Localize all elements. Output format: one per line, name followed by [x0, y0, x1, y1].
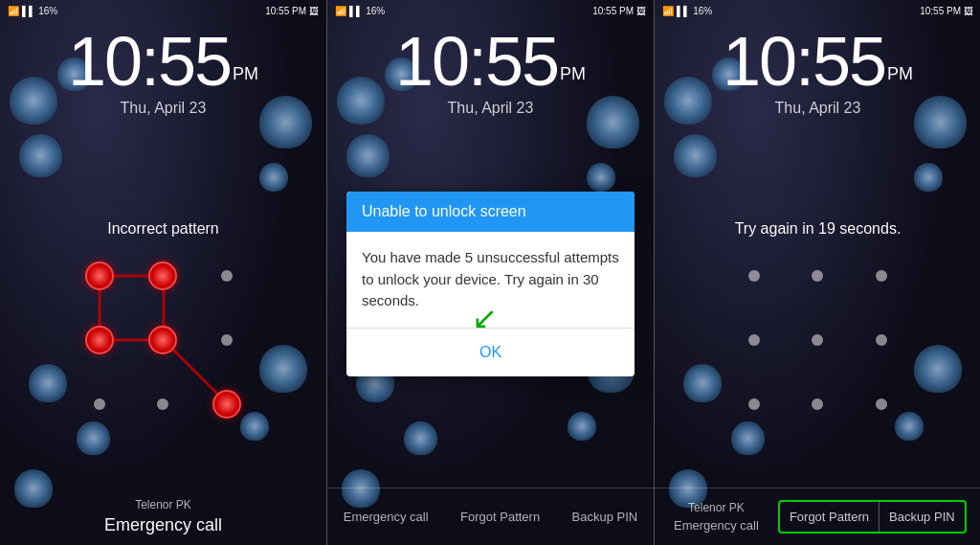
dot-2[interactable] — [148, 261, 177, 290]
dot-p3-7[interactable] — [748, 398, 760, 410]
status-left-3: 📶 ▌▌ 16% — [662, 6, 712, 16]
dot-9[interactable] — [212, 390, 241, 419]
dot-3[interactable] — [221, 270, 233, 282]
carrier-text-1: Telenor PK — [135, 498, 191, 511]
emergency-call-button-3[interactable]: Emergency call — [662, 518, 770, 533]
green-arrow-icon: ↙ — [472, 300, 498, 336]
battery-text-3: 16% — [693, 6, 712, 16]
emergency-call-button-2[interactable]: Emergency call — [344, 510, 429, 524]
time-ampm-1: PM — [233, 64, 258, 83]
status-right: 10:55 PM 🖼 — [265, 6, 319, 16]
status-time: 10:55 PM — [265, 6, 306, 16]
diamond-decor — [259, 163, 288, 192]
status-bar: 📶 ▌▌ 16% 10:55 PM 🖼 — [0, 0, 326, 21]
wifi-icon: 📶 — [8, 6, 19, 16]
diamond-decor — [914, 345, 962, 393]
carrier-text-3: Telenor PK — [688, 501, 745, 514]
diamond-decor — [259, 345, 307, 393]
dot-6[interactable] — [221, 334, 233, 346]
time-ampm-2: PM — [560, 64, 586, 83]
notification-icon: 🖼 — [309, 6, 319, 16]
dot-p3-4[interactable] — [748, 334, 760, 346]
signal-icon: ▌▌ — [22, 6, 35, 16]
incorrect-pattern-text: Incorrect pattern — [0, 220, 326, 238]
dialog-ok-area: ↙ OK — [346, 328, 635, 376]
signal-icon-2: ▌▌ — [349, 6, 363, 16]
dot-5[interactable] — [148, 326, 177, 354]
time-display-1: 10:55PM Thu, April 23 — [0, 27, 326, 117]
time-display-3: 10:55PM Thu, April 23 — [655, 27, 980, 117]
dot-7[interactable] — [94, 398, 105, 410]
bottom-area-1: Telenor PK Emergency call — [0, 468, 326, 545]
date-display-3: Thu, April 23 — [655, 100, 980, 117]
signal-icon-3: ▌▌ — [677, 6, 690, 16]
dot-4[interactable] — [85, 326, 114, 354]
dot-p3-6[interactable] — [876, 334, 887, 346]
status-left: 📶 ▌▌ 16% — [8, 6, 57, 16]
diamond-decor — [674, 134, 717, 177]
time-main-2: 10:55 — [395, 23, 558, 100]
panel-3: 📶 ▌▌ 16% 10:55 PM 🖼 10:55PM Thu, April 2… — [655, 0, 980, 545]
dot-p3-1[interactable] — [748, 270, 760, 282]
forgot-pattern-button-3[interactable]: Forgot Pattern — [780, 502, 879, 532]
dot-p3-3[interactable] — [876, 270, 887, 282]
wifi-icon-2: 📶 — [335, 6, 346, 16]
status-right-2: 10:55 PM 🖼 — [592, 6, 646, 16]
battery-text-2: 16% — [366, 6, 385, 16]
notification-icon-3: 🖼 — [964, 6, 973, 16]
emergency-call-button-1[interactable]: Emergency call — [104, 515, 222, 535]
diamond-decor — [19, 134, 62, 177]
dot-p3-5[interactable] — [812, 334, 823, 346]
time-main-3: 10:55 — [723, 23, 885, 100]
panel-1: 📶 ▌▌ 16% 10:55 PM 🖼 10:55PM Thu, April 2… — [0, 0, 326, 545]
status-bar-3: 📶 ▌▌ 16% 10:55 PM 🖼 — [655, 0, 980, 21]
panel2-bottom-bar: Emergency call Forgot Pattern Backup PIN — [327, 488, 654, 545]
notification-icon-2: 🖼 — [636, 6, 646, 16]
diamond-decor — [587, 163, 615, 192]
backup-pin-button-3[interactable]: Backup PIN — [879, 502, 965, 532]
diamond-decor — [346, 134, 390, 177]
pattern-grid-1[interactable] — [68, 244, 259, 436]
status-left-2: 📶 ▌▌ 16% — [335, 6, 385, 16]
wifi-icon-3: 📶 — [662, 6, 674, 16]
battery-text: 16% — [38, 6, 57, 16]
diamond-decor — [29, 364, 67, 402]
date-display-1: Thu, April 23 — [0, 100, 326, 117]
dot-p3-2[interactable] — [812, 270, 823, 282]
dot-p3-8[interactable] — [812, 398, 823, 410]
date-display-2: Thu, April 23 — [327, 100, 654, 117]
status-time-2: 10:55 PM — [592, 6, 634, 16]
time-display-2: 10:55PM Thu, April 23 — [327, 27, 654, 117]
dot-p3-9[interactable] — [876, 398, 887, 410]
time-ampm-3: PM — [887, 64, 913, 83]
time-main-1: 10:55 — [68, 23, 231, 100]
diamond-decor — [568, 412, 596, 441]
dot-1[interactable] — [85, 261, 114, 290]
try-again-text: Try again in 19 seconds. — [655, 220, 980, 238]
panel-2: 📶 ▌▌ 16% 10:55 PM 🖼 10:55PM Thu, April 2… — [327, 0, 654, 545]
dialog-header: Unable to unlock screen — [346, 192, 635, 232]
diamond-decor — [914, 163, 943, 192]
backup-pin-button-2[interactable]: Backup PIN — [572, 510, 638, 524]
diamond-decor — [683, 364, 722, 402]
dot-8[interactable] — [157, 398, 168, 410]
forgot-pattern-button-2[interactable]: Forgot Pattern — [460, 510, 540, 524]
panel3-bottom-bar: Telenor PK Emergency call Forgot Pattern… — [655, 488, 980, 545]
status-bar-2: 📶 ▌▌ 16% 10:55 PM 🖼 — [327, 0, 654, 21]
diamond-decor — [404, 421, 437, 455]
pattern-grid-3[interactable] — [723, 244, 914, 436]
dialog-ok-button[interactable]: OK — [460, 340, 521, 365]
forgot-backup-group: Forgot Pattern Backup PIN — [778, 500, 967, 534]
status-time-3: 10:55 PM — [920, 6, 961, 16]
unlock-dialog: Unable to unlock screen You have made 5 … — [346, 192, 635, 376]
status-right-3: 10:55 PM 🖼 — [920, 6, 973, 16]
